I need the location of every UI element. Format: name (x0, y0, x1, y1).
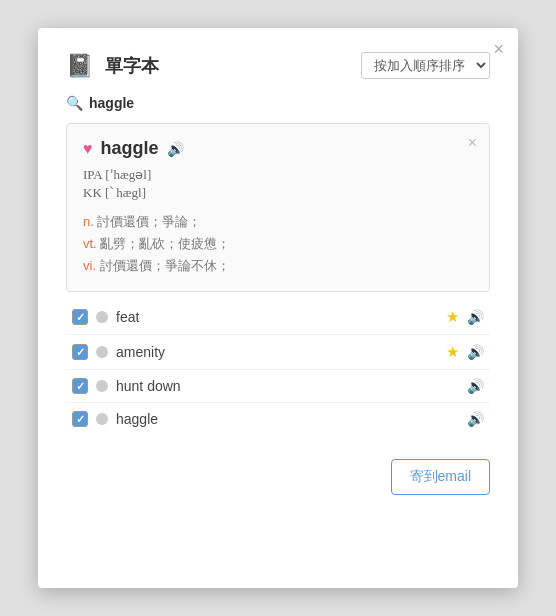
definitions-section: n. 討價還價；爭論； vt. 亂劈；亂砍；使疲憊； vi. 討價還價；爭論不休… (83, 211, 473, 277)
footer-section: 寄到email (66, 459, 490, 495)
word-list: feat ★ 🔊 amenity ★ 🔊 hunt down 🔊 haggle … (66, 300, 490, 435)
ipa-line: IPA [ˈhægəl] (83, 167, 473, 183)
search-bar: 🔍 haggle (66, 95, 490, 111)
def-line-3: vi. 討價還價；爭論不休； (83, 255, 473, 277)
checkbox-feat[interactable] (72, 309, 88, 325)
word-label-huntdown: hunt down (116, 378, 459, 394)
word-label-amenity: amenity (116, 344, 438, 360)
def-line-2: vt. 亂劈；亂砍；使疲憊； (83, 233, 473, 255)
def-text-1: 討價還價；爭論； (97, 214, 201, 229)
star-icon-amenity[interactable]: ★ (446, 343, 459, 361)
search-icon: 🔍 (66, 95, 83, 111)
pos-3: vi. (83, 258, 96, 273)
dot-amenity (96, 346, 108, 358)
sound-icon-huntdown[interactable]: 🔊 (467, 378, 484, 394)
def-text-2: 亂劈；亂砍；使疲憊； (100, 236, 230, 251)
list-item: haggle 🔊 (66, 403, 490, 435)
word-card-header: ♥ haggle 🔊 (83, 138, 473, 159)
main-word-card: × ♥ haggle 🔊 IPA [ˈhægəl] KK [ˋhægl] n. … (66, 123, 490, 292)
word-label-feat: feat (116, 309, 438, 325)
header-section: 📓 單字本 按加入順序排序 (66, 52, 490, 79)
checkbox-haggle[interactable] (72, 411, 88, 427)
sound-icon-haggle[interactable]: 🔊 (467, 411, 484, 427)
checkbox-amenity[interactable] (72, 344, 88, 360)
list-item: amenity ★ 🔊 (66, 335, 490, 370)
star-icon-feat[interactable]: ★ (446, 308, 459, 326)
notebook-icon: 📓 (66, 53, 93, 79)
word-label-haggle: haggle (116, 411, 459, 427)
heart-icon: ♥ (83, 140, 93, 158)
sound-icon-main[interactable]: 🔊 (167, 141, 184, 157)
sound-icon-feat[interactable]: 🔊 (467, 309, 484, 325)
modal-close-button[interactable]: × (493, 40, 504, 58)
send-email-button[interactable]: 寄到email (391, 459, 490, 495)
card-close-button[interactable]: × (468, 134, 477, 152)
def-line-1: n. 討價還價；爭論； (83, 211, 473, 233)
search-term: haggle (89, 95, 134, 111)
pos-2: vt. (83, 236, 97, 251)
sound-icon-amenity[interactable]: 🔊 (467, 344, 484, 360)
sort-select[interactable]: 按加入順序排序 (361, 52, 490, 79)
main-word-label: haggle (101, 138, 159, 159)
kk-line: KK [ˋhægl] (83, 185, 473, 201)
dot-feat (96, 311, 108, 323)
list-item: hunt down 🔊 (66, 370, 490, 403)
pos-1: n. (83, 214, 94, 229)
def-text-3: 討價還價；爭論不休； (100, 258, 230, 273)
dot-huntdown (96, 380, 108, 392)
list-item: feat ★ 🔊 (66, 300, 490, 335)
checkbox-huntdown[interactable] (72, 378, 88, 394)
dot-haggle (96, 413, 108, 425)
page-title: 單字本 (105, 54, 159, 78)
modal-container: × 📓 單字本 按加入順序排序 🔍 haggle × ♥ haggle 🔊 IP… (38, 28, 518, 588)
